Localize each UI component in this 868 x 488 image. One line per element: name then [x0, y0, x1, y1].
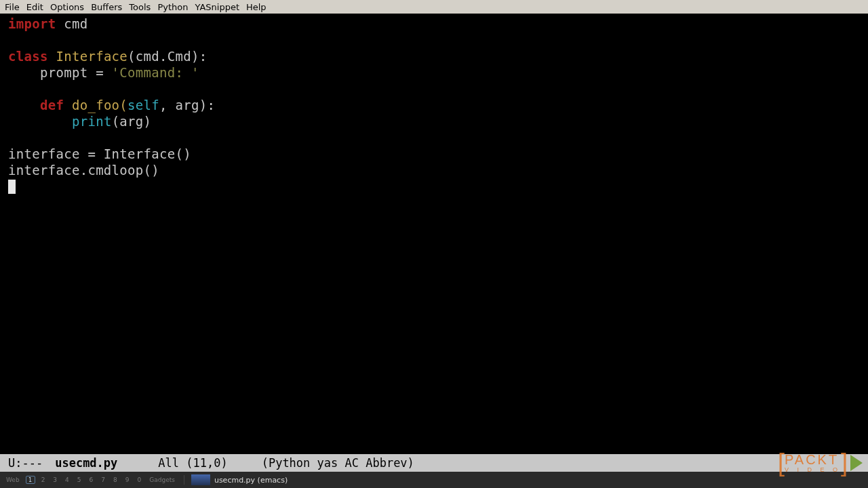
code-keyword: def	[40, 98, 64, 113]
watermark-sub: V I D E O	[785, 466, 841, 473]
bracket-icon: [	[778, 456, 785, 470]
modeline-buffer-name: usecmd.py	[55, 456, 117, 470]
taskbar-app-title[interactable]: usecmd.py (emacs)	[214, 476, 288, 485]
code-keyword: class	[8, 49, 48, 64]
modeline-position: All (11,0)	[158, 456, 227, 470]
modeline-status: U:---	[8, 456, 43, 470]
play-icon	[850, 455, 863, 471]
watermark-main: PACKT	[785, 452, 839, 467]
menu-bar: File Edit Options Buffers Tools Python Y…	[0, 0, 868, 14]
menu-tools[interactable]: Tools	[127, 2, 153, 12]
emacs-app-icon[interactable]	[191, 474, 210, 485]
menu-yasnippet[interactable]: YASnippet	[193, 2, 241, 12]
code-keyword: import	[8, 16, 56, 31]
code-text: (cmd.Cmd):	[127, 49, 207, 64]
modeline-modes: (Python yas AC Abbrev)	[262, 456, 414, 470]
workspace-9[interactable]: 9	[123, 476, 132, 483]
workspace-8[interactable]: 8	[111, 476, 119, 483]
workspace-3[interactable]: 3	[51, 476, 59, 483]
menu-edit[interactable]: Edit	[24, 2, 45, 12]
text-cursor	[8, 180, 16, 194]
workspace-5[interactable]: 5	[75, 476, 83, 483]
taskbar: Web 1 2 3 4 5 6 7 8 9 0 Gadgets usecmd.p…	[0, 472, 868, 488]
menu-help[interactable]: Help	[244, 2, 269, 12]
menu-file[interactable]: File	[3, 2, 22, 12]
code-classname: Interface	[48, 49, 127, 64]
menu-buffers[interactable]: Buffers	[89, 2, 124, 12]
code-string: 'Command: '	[112, 65, 199, 80]
code-text	[8, 114, 72, 129]
code-funcname: do_foo(	[64, 98, 127, 113]
workspace-7[interactable]: 7	[99, 476, 107, 483]
code-text: cmd	[56, 16, 87, 31]
code-text: (arg)	[112, 114, 152, 129]
taskbar-gadgets-label[interactable]: Gadgets	[147, 476, 177, 483]
editor-buffer[interactable]: import cmd class Interface(cmd.Cmd): pro…	[0, 14, 868, 454]
packt-watermark: [ PACKT V I D E O ]	[778, 452, 863, 473]
code-text: interface.cmdloop()	[8, 163, 159, 178]
taskbar-separator	[184, 475, 184, 485]
bracket-icon: ]	[841, 456, 848, 470]
workspace-6[interactable]: 6	[87, 476, 96, 483]
code-text	[8, 98, 40, 113]
code-text: , arg):	[159, 98, 215, 113]
mode-line: U:--- usecmd.py All (11,0) (Python yas A…	[0, 454, 868, 472]
workspace-0[interactable]: 0	[136, 476, 144, 483]
code-builtin: print	[72, 114, 112, 129]
code-self: self	[127, 98, 159, 113]
taskbar-web-label[interactable]: Web	[4, 476, 22, 483]
workspace-4[interactable]: 4	[63, 476, 71, 483]
menu-python[interactable]: Python	[155, 2, 190, 12]
code-text: interface = Interface()	[8, 146, 191, 161]
workspace-2[interactable]: 2	[39, 476, 47, 483]
menu-options[interactable]: Options	[48, 2, 86, 12]
workspace-1[interactable]: 1	[26, 476, 35, 484]
code-text: prompt =	[8, 65, 112, 80]
